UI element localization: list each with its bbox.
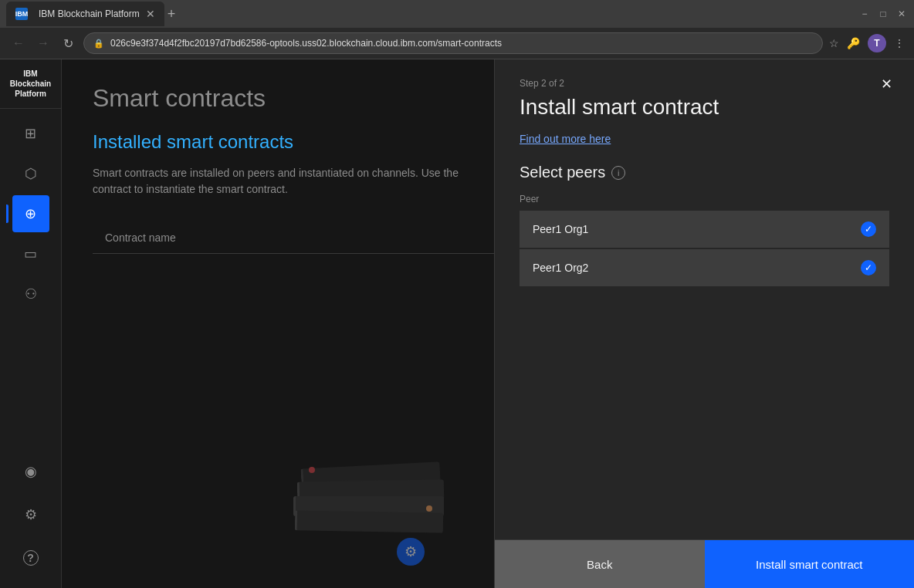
reload-button[interactable]: ↻	[59, 36, 77, 51]
panel-step: Step 2 of 2	[520, 78, 889, 89]
star-icon[interactable]: ☆	[829, 37, 839, 49]
help-icon: ?	[23, 550, 39, 566]
browser-chrome: IBM IBM Blockchain Platform ✕ + − □ ✕ ← …	[0, 0, 914, 59]
smart-contracts-icon: ⊕	[25, 205, 36, 222]
peer-check-org1: ✓	[861, 221, 876, 237]
app-container: IBM Blockchain Platform ⬡ ⊕ ▭ ⚇ ◉ ?	[0, 59, 914, 588]
peer-list: Peer1 Org1 ✓ Peer1 Org2 ✓	[520, 211, 889, 286]
sidebar-bottom: ◉ ?	[12, 453, 49, 588]
minimize-button[interactable]: −	[858, 8, 871, 20]
install-panel: Step 2 of 2 Install smart contract ✕ Fin…	[494, 59, 914, 588]
close-window-button[interactable]: ✕	[895, 8, 908, 20]
sidebar-logo: IBM Blockchain Platform	[0, 59, 61, 109]
channels-icon: ▭	[24, 245, 37, 262]
panel-header: Step 2 of 2 Install smart contract ✕ Fin…	[495, 59, 914, 194]
browser-toolbar: ← → ↻ 🔒 026c9e3f374d4f2fbc20197d7bd62586…	[0, 28, 914, 59]
toolbar-right: ☆ 🔑 T ⋮	[829, 34, 905, 52]
sidebar-item-help[interactable]: ?	[12, 539, 49, 576]
panel-title: Install smart contract	[520, 95, 889, 120]
window-controls: − □ ✕	[858, 8, 908, 20]
panel-close-button[interactable]: ✕	[874, 72, 899, 96]
identity-icon: ◉	[25, 463, 37, 480]
back-button[interactable]: Back	[495, 540, 705, 588]
panel-footer: Back Install smart contract	[495, 539, 914, 588]
peer-item-org2[interactable]: Peer1 Org2 ✓	[520, 249, 889, 286]
back-nav-button[interactable]: ←	[9, 36, 28, 50]
peer-name-org2: Peer1 Org2	[533, 262, 588, 274]
settings-icon	[25, 506, 37, 523]
info-icon[interactable]: i	[611, 166, 625, 180]
section-description: Smart contracts are installed on peers a…	[93, 165, 494, 198]
forward-nav-button[interactable]: →	[34, 36, 52, 50]
profile-button[interactable]: T	[868, 34, 886, 52]
browser-favicon: IBM	[15, 8, 28, 20]
new-tab-button[interactable]: +	[168, 6, 176, 22]
profile-letter: T	[874, 38, 879, 49]
peer-check-org2: ✓	[861, 260, 876, 275]
browser-tab[interactable]: IBM IBM Blockchain Platform ✕	[6, 2, 164, 26]
peer-label: Peer	[495, 194, 914, 204]
organizations-icon: ⚇	[25, 286, 37, 302]
browser-titlebar: IBM IBM Blockchain Platform ✕ + − □ ✕	[0, 0, 914, 28]
empty-state-illustration: ⚙	[293, 465, 448, 558]
key-icon[interactable]: 🔑	[847, 37, 860, 49]
main-content: Smart contracts Installed smart contract…	[62, 59, 914, 588]
favicon-text: IBM	[15, 10, 29, 18]
lock-icon: 🔒	[93, 39, 104, 49]
maximize-button[interactable]: □	[877, 8, 889, 20]
sidebar-item-smart-contracts[interactable]: ⊕	[12, 195, 49, 232]
install-button[interactable]: Install smart contract	[705, 540, 915, 588]
sidebar-item-overview[interactable]	[12, 115, 49, 152]
tab-title: IBM Blockchain Platform	[39, 8, 140, 19]
grid-icon	[25, 125, 36, 142]
sidebar: IBM Blockchain Platform ⬡ ⊕ ▭ ⚇ ◉ ?	[0, 59, 62, 588]
sidebar-item-identity[interactable]: ◉	[12, 453, 49, 490]
menu-button[interactable]: ⋮	[894, 37, 905, 49]
address-bar[interactable]: 🔒 026c9e3f374d4f2fbc20197d7bd62586-optoo…	[83, 32, 823, 54]
sidebar-item-organizations[interactable]: ⚇	[12, 275, 49, 313]
nodes-icon: ⬡	[25, 165, 37, 182]
peer-item-org1[interactable]: Peer1 Org1 ✓	[520, 211, 889, 248]
sidebar-item-nodes[interactable]: ⬡	[12, 155, 49, 192]
sidebar-item-channels[interactable]: ▭	[12, 235, 49, 272]
sidebar-item-settings[interactable]	[12, 496, 49, 533]
peer-name-org1: Peer1 Org1	[533, 223, 588, 235]
panel-body: Peer1 Org1 ✓ Peer1 Org2 ✓	[495, 211, 914, 539]
select-peers-title: Select peers	[520, 164, 605, 181]
url-text: 026c9e3f374d4f2fbc20197d7bd62586-optools…	[110, 38, 502, 49]
select-peers-row: Select peers i	[520, 164, 889, 181]
find-out-more-link[interactable]: Find out more here	[520, 133, 611, 145]
tab-close-button[interactable]: ✕	[146, 8, 155, 20]
